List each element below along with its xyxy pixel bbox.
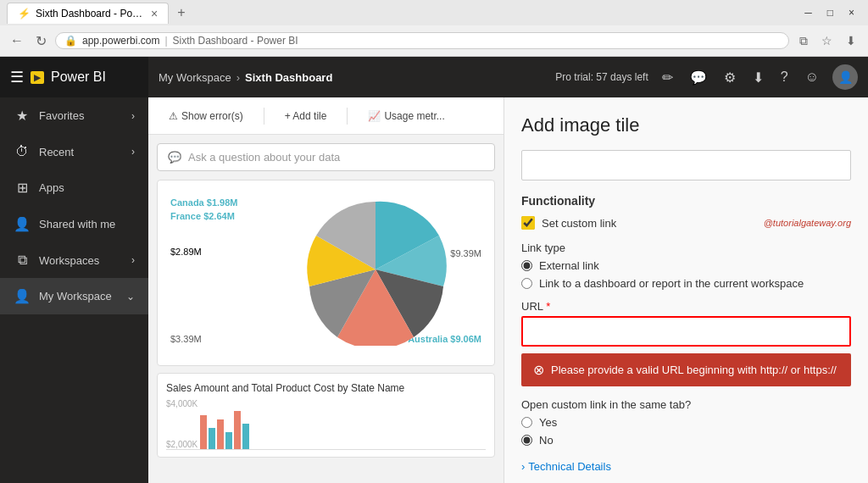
pie-chart-container: Canada $1.98M France $2.64M $2.89M $3.39…: [166, 189, 486, 357]
refresh-button[interactable]: ↻: [32, 31, 50, 51]
download-topbar-button[interactable]: ⬇: [749, 66, 767, 89]
open-tab-label: Open custom link in the same tab?: [521, 398, 851, 411]
sidebar-item-recent[interactable]: ⏱ Recent ›: [0, 134, 148, 169]
chevron-down-icon: ⌄: [126, 291, 135, 303]
breadcrumb: My Workspace › Sixth Dashboard: [159, 71, 555, 84]
no-label: No: [539, 434, 554, 447]
functionality-section-title: Functionality: [521, 194, 851, 208]
yes-row: Yes: [521, 416, 851, 429]
edit-button[interactable]: ✏: [659, 66, 676, 89]
sidebar-item-my-workspace[interactable]: 👤 My Workspace ⌄: [0, 278, 148, 314]
value1-label: $2.89M: [170, 247, 237, 257]
main-content: ⚠ Show error(s) + Add tile 📈 Usage metr.…: [148, 97, 868, 483]
workspace-breadcrumb[interactable]: My Workspace: [159, 71, 231, 84]
restore-button[interactable]: □: [821, 5, 840, 20]
bar-chart-title: Sales Amount and Total Product Cost by S…: [166, 382, 486, 394]
address-path: Sixth Dashboard - Power BI: [173, 35, 298, 47]
add-tile-label: + Add tile: [285, 110, 327, 122]
no-row: No: [521, 434, 851, 447]
external-link-radio[interactable]: [521, 260, 532, 271]
user-avatar-button[interactable]: 👤: [832, 64, 858, 90]
error-icon: ⊗: [533, 362, 544, 378]
toolbar-separator-2: [347, 108, 348, 125]
right-panel: My Workspace › Sixth Dashboard Pro trial…: [148, 57, 868, 483]
bar-chart-body: $4,000K $2,000K: [166, 399, 486, 450]
extensions-button[interactable]: ⧉: [794, 32, 813, 50]
dashboard-area: ⚠ Show error(s) + Add tile 📈 Usage metr.…: [148, 97, 504, 483]
bar-3: [217, 419, 224, 449]
url-input[interactable]: [521, 316, 851, 347]
ask-question-text: Ask a question about your data: [188, 151, 340, 164]
technical-details-link[interactable]: › Technical Details: [521, 460, 851, 473]
ask-question-bar[interactable]: 💬 Ask a question about your data: [157, 143, 495, 171]
close-button[interactable]: ×: [842, 5, 861, 20]
sidebar-item-apps[interactable]: ⊞ Apps: [0, 169, 148, 206]
bar-5: [234, 411, 241, 449]
new-tab-button[interactable]: +: [172, 3, 190, 22]
dashboard-link-row: Link to a dashboard or report in the cur…: [521, 277, 851, 290]
usage-metrics-button[interactable]: 📈 Usage metr...: [361, 107, 451, 125]
bar-chart-tile: Sales Amount and Total Product Cost by S…: [157, 373, 495, 458]
sidebar-item-workspaces[interactable]: ⧉ Workspaces ›: [0, 242, 148, 278]
yes-radio[interactable]: [521, 417, 532, 428]
chevron-right-icon: ›: [131, 146, 135, 158]
download-button[interactable]: ⬇: [841, 32, 861, 50]
browser-titlebar: ⚡ Sixth Dashboard - Power BI × + ─ □ ×: [0, 0, 868, 25]
browser-chrome: ⚡ Sixth Dashboard - Power BI × + ─ □ × ←…: [0, 0, 868, 57]
powerbi-app-name: Power BI: [51, 69, 106, 85]
show-errors-button[interactable]: ⚠ Show error(s): [162, 107, 250, 125]
sidebar-item-shared[interactable]: 👤 Shared with me: [0, 206, 148, 242]
window-controls: ─ □ ×: [798, 5, 861, 20]
breadcrumb-separator: ›: [236, 71, 240, 84]
yes-label: Yes: [539, 416, 557, 429]
external-link-label: External link: [539, 259, 599, 272]
minimize-button[interactable]: ─: [798, 5, 819, 20]
france-label: France $2.64M: [170, 211, 237, 221]
sidebar: ☰ ▶ Power BI ★ Favorites › ⏱ Recent › ⊞ …: [0, 57, 148, 483]
y-axis-label-bottom: $2,000K: [166, 440, 198, 449]
favorites-button[interactable]: ☆: [816, 32, 837, 50]
bar-4: [225, 432, 232, 449]
add-tile-button[interactable]: + Add tile: [278, 107, 334, 125]
chevron-right-icon: ›: [131, 254, 135, 266]
back-button[interactable]: ←: [7, 31, 27, 50]
warning-icon: ⚠: [169, 110, 178, 122]
bar-groups: [200, 399, 249, 449]
help-button[interactable]: ?: [777, 66, 792, 88]
dashboard-body: 💬 Ask a question about your data Canada …: [148, 135, 504, 483]
browser-actions: ⧉ ☆ ⬇: [794, 32, 861, 50]
question-icon: 💬: [168, 151, 181, 164]
image-upload-placeholder[interactable]: [521, 150, 851, 180]
value2-label: $3.39M: [170, 334, 202, 344]
hamburger-icon[interactable]: ☰: [10, 68, 24, 86]
address-bar[interactable]: 🔒 app.powerbi.com | Sixth Dashboard - Po…: [55, 32, 789, 49]
address-domain: app.powerbi.com: [82, 35, 159, 47]
required-marker: *: [546, 300, 550, 313]
tab-close-button[interactable]: ×: [151, 7, 158, 20]
my-workspace-icon: 👤: [14, 288, 31, 304]
set-custom-link-row: Set custom link @tutorialgateway.org: [521, 216, 851, 230]
page-title: Sixth Dashboard: [245, 71, 332, 84]
sidebar-item-label: Favorites: [39, 109, 84, 122]
y-axis-label-top: $4,000K: [166, 399, 198, 408]
sidebar-item-favorites[interactable]: ★ Favorites ›: [0, 97, 148, 134]
bar-2: [209, 428, 215, 449]
url-label: URL *: [521, 300, 851, 313]
link-type-label: Link type: [521, 242, 851, 254]
toolbar-separator: [264, 108, 264, 125]
sidebar-header: ☰ ▶ Power BI: [0, 57, 148, 97]
smiley-button[interactable]: ☺: [802, 66, 822, 88]
dashboard-link-radio[interactable]: [521, 278, 532, 289]
no-radio[interactable]: [521, 435, 532, 446]
bar-6: [242, 424, 249, 449]
sidebar-navigation: ★ Favorites › ⏱ Recent › ⊞ Apps 👤 Shared…: [0, 97, 148, 483]
comments-button[interactable]: 💬: [687, 66, 710, 89]
browser-tab[interactable]: ⚡ Sixth Dashboard - Power BI ×: [7, 3, 169, 24]
external-link-row: External link: [521, 259, 851, 272]
set-custom-link-checkbox[interactable]: [521, 216, 535, 230]
canada-label: Canada $1.98M: [170, 197, 237, 208]
browser-toolbar: ← ↻ 🔒 app.powerbi.com | Sixth Dashboard …: [0, 25, 868, 56]
recent-icon: ⏱: [14, 144, 31, 159]
settings-button[interactable]: ⚙: [721, 66, 739, 89]
chevron-down-icon: ›: [521, 460, 525, 473]
